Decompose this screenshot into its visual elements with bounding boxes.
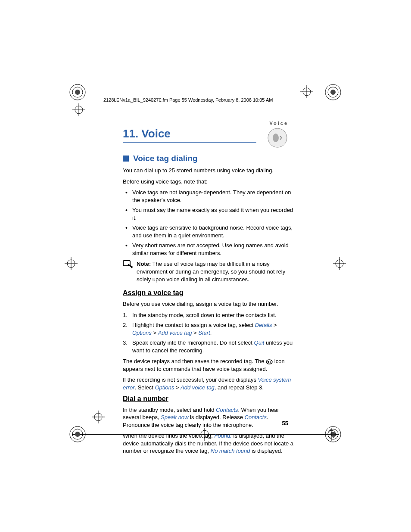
ui-link: Contacts — [216, 407, 238, 413]
step-item: Highlight the contact to assign a voice … — [123, 321, 295, 336]
reg-mark-icon — [69, 84, 86, 101]
body-text: If the recording is not successful, your… — [123, 376, 295, 391]
crosshair-icon — [92, 411, 105, 423]
section-title: Voice tag dialing — [133, 154, 198, 163]
note-icon — [123, 260, 133, 269]
step-item: Speak clearly into the microphone. Do no… — [123, 339, 295, 354]
sub-heading: Dial a number — [123, 395, 295, 403]
voice-tag-icon — [266, 359, 273, 365]
body-text: Before you use voice dialing, assign a v… — [123, 300, 295, 308]
ui-link: Found: — [214, 432, 231, 439]
crosshair-icon — [333, 257, 346, 270]
bullet-item: Voice tags are not language-dependent. T… — [123, 189, 295, 204]
ui-link: Contacts — [245, 414, 267, 420]
body-text: The device replays and then saves the re… — [123, 358, 295, 373]
bullet-item: Very short names are not accepted. Use l… — [123, 242, 295, 257]
svg-point-5 — [330, 90, 336, 95]
crosshair-icon — [325, 428, 338, 441]
ui-link: No match found — [211, 448, 250, 454]
sub-heading: Assign a voice tag — [123, 289, 295, 297]
reg-mark-icon — [69, 426, 86, 443]
ui-link: Quit — [254, 339, 265, 346]
running-head: Voice — [269, 121, 288, 126]
ui-link: Start — [198, 330, 210, 336]
note-text: Note: The use of voice tags may be diffi… — [137, 260, 295, 283]
ui-link: Options — [155, 384, 174, 391]
crosshair-icon — [300, 85, 313, 98]
body-text: Before using voice tags, note that: — [123, 178, 295, 186]
step-item: In the standby mode, scroll down to ente… — [123, 311, 295, 319]
ui-link: Options — [132, 330, 152, 336]
bullet-item: Voice tags are sensitive to background n… — [123, 224, 295, 239]
body-text: You can dial up to 25 stored numbers usi… — [123, 167, 295, 174]
header-path: 2128i.ENv1a_BIL_9240270.fm Page 55 Wedne… — [103, 97, 273, 103]
ui-link: Add voice tag — [158, 330, 192, 336]
body-text: In the standby mode, select and hold Con… — [123, 406, 295, 429]
chapter-title: 11. Voice — [123, 127, 256, 143]
svg-point-37 — [268, 361, 269, 363]
section-bullet-icon — [123, 156, 129, 162]
ui-link: Details — [255, 322, 272, 328]
body-text: When the device finds the voice tag, Fou… — [123, 432, 295, 455]
bullet-item: You must say the name exactly as you sai… — [123, 206, 295, 221]
crosshair-icon — [65, 257, 78, 270]
svg-point-8 — [75, 432, 80, 437]
ui-link: Speak now — [161, 414, 188, 420]
page-number: 55 — [282, 420, 288, 426]
reg-mark-icon — [324, 84, 342, 101]
ui-link: Add voice tag — [181, 384, 215, 391]
svg-point-2 — [75, 90, 80, 95]
crosshair-icon — [72, 103, 85, 116]
